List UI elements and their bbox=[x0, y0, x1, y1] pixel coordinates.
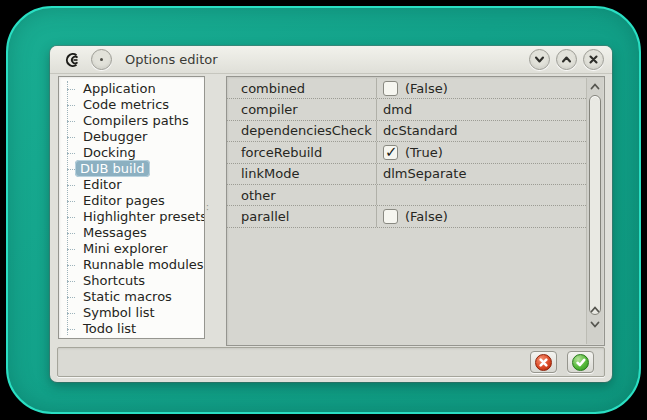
scroll-down-icon[interactable] bbox=[587, 317, 603, 331]
tree-item-label: Docking bbox=[79, 145, 140, 160]
tree-item-shortcuts[interactable]: Shortcuts bbox=[59, 273, 204, 289]
property-value-cell[interactable]: (False) bbox=[377, 78, 586, 98]
tree-item-label: Compilers paths bbox=[79, 113, 193, 128]
splitter-grip-icon: ·· bbox=[206, 204, 209, 212]
property-row-combined[interactable]: combined (False) bbox=[227, 78, 586, 99]
tree-item-label: Shortcuts bbox=[79, 273, 149, 288]
red-cross-orb-icon bbox=[535, 354, 552, 371]
tree-item-docking[interactable]: Docking bbox=[59, 145, 204, 161]
property-row-other[interactable]: other bbox=[227, 185, 586, 206]
tree-item-runnable-modules[interactable]: Runnable modules bbox=[59, 257, 204, 273]
tree-item-static-macros[interactable]: Static macros bbox=[59, 289, 204, 305]
tree-item-dub-build[interactable]: DUB build bbox=[59, 161, 204, 177]
desktop-background: Options editor bbox=[6, 6, 641, 414]
property-name: parallel bbox=[227, 206, 377, 226]
tree-item-label: Runnable modules bbox=[79, 257, 205, 272]
grid-vertical-scrollbar[interactable] bbox=[586, 78, 603, 344]
property-name: dependenciesCheck bbox=[227, 121, 377, 141]
property-row-forceRebuild[interactable]: forceRebuild (True) bbox=[227, 142, 586, 163]
property-name: other bbox=[227, 185, 377, 205]
restore-button[interactable] bbox=[556, 49, 577, 70]
checkbox-state-label: (False) bbox=[405, 209, 448, 224]
tree-item-code-metrics[interactable]: Code metrics bbox=[59, 97, 204, 113]
property-name: compiler bbox=[227, 99, 377, 119]
scroll-up2-icon[interactable] bbox=[587, 302, 603, 316]
panel-splitter[interactable]: ·· bbox=[206, 76, 225, 339]
tree-item-application[interactable]: Application bbox=[59, 81, 204, 97]
tree-item-label: Messages bbox=[79, 225, 151, 240]
tree-item-editor-pages[interactable]: Editor pages bbox=[59, 193, 204, 209]
tree-item-label: Debugger bbox=[79, 129, 151, 144]
tree-item-debugger[interactable]: Debugger bbox=[59, 129, 204, 145]
property-value-cell[interactable]: (True) bbox=[377, 142, 586, 162]
tree-item-highlighter-presets[interactable]: Highlighter presets bbox=[59, 209, 204, 225]
property-rows: combined (False) compiler dmd dependenci… bbox=[227, 78, 586, 228]
tree-item-todo-list[interactable]: Todo list bbox=[59, 321, 204, 337]
close-button[interactable] bbox=[583, 49, 604, 70]
property-value-cell[interactable]: dcStandard bbox=[377, 121, 586, 141]
window-title: Options editor bbox=[125, 52, 218, 67]
property-row-dependenciesCheck[interactable]: dependenciesCheck dcStandard bbox=[227, 121, 586, 142]
coedit-app-icon bbox=[64, 51, 82, 69]
property-value-cell[interactable]: dmd bbox=[377, 99, 586, 119]
green-check-orb-icon bbox=[572, 354, 589, 371]
category-tree-panel: Application Code metrics Compilers paths… bbox=[58, 76, 205, 339]
property-row-compiler[interactable]: compiler dmd bbox=[227, 99, 586, 120]
menu-dot-icon bbox=[100, 58, 103, 61]
tree-item-mini-explorer[interactable]: Mini explorer bbox=[59, 241, 204, 257]
checkbox-state-label: (False) bbox=[405, 81, 448, 96]
checkbox-state-label: (True) bbox=[405, 145, 443, 160]
cancel-button[interactable] bbox=[530, 351, 557, 373]
chevron-up-icon bbox=[561, 54, 572, 65]
scroll-up-icon[interactable] bbox=[587, 79, 603, 93]
accept-button[interactable] bbox=[567, 351, 594, 373]
tree-item-label: Todo list bbox=[79, 321, 140, 336]
property-name: combined bbox=[227, 78, 377, 98]
property-row-parallel[interactable]: parallel (False) bbox=[227, 206, 586, 227]
footer-status-bar bbox=[57, 347, 605, 377]
tree-item-label: Highlighter presets bbox=[79, 209, 205, 224]
tree-item-label: Editor pages bbox=[79, 193, 169, 208]
tree-item-label: Application bbox=[79, 81, 160, 96]
options-editor-window: Options editor bbox=[50, 46, 612, 382]
property-value-cell[interactable]: dlmSeparate bbox=[377, 164, 586, 184]
options-tree: Application Code metrics Compilers paths… bbox=[59, 81, 204, 337]
property-row-linkMode[interactable]: linkMode dlmSeparate bbox=[227, 164, 586, 185]
tree-item-compilers-paths[interactable]: Compilers paths bbox=[59, 113, 204, 129]
tree-item-symbol-list[interactable]: Symbol list bbox=[59, 305, 204, 321]
scrollbar-thumb[interactable] bbox=[589, 95, 601, 315]
checkbox-unchecked-icon[interactable] bbox=[383, 81, 398, 96]
tree-item-label: Mini explorer bbox=[79, 241, 172, 256]
property-value-cell[interactable] bbox=[377, 185, 586, 205]
tree-item-messages[interactable]: Messages bbox=[59, 225, 204, 241]
tree-item-label: Symbol list bbox=[79, 305, 159, 320]
tree-item-label: DUB build bbox=[75, 160, 150, 177]
tree-item-label: Static macros bbox=[79, 289, 176, 304]
checkbox-checked-icon[interactable] bbox=[383, 145, 398, 160]
chevron-down-icon bbox=[534, 54, 545, 65]
titlebar[interactable]: Options editor bbox=[50, 46, 612, 74]
checkbox-unchecked-icon[interactable] bbox=[383, 209, 398, 224]
tree-item-editor[interactable]: Editor bbox=[59, 177, 204, 193]
property-name: linkMode bbox=[227, 164, 377, 184]
property-name: forceRebuild bbox=[227, 142, 377, 162]
tree-item-label: Editor bbox=[79, 177, 125, 192]
close-icon bbox=[588, 54, 599, 65]
window-menu-button[interactable] bbox=[91, 49, 112, 70]
property-value-cell[interactable]: (False) bbox=[377, 206, 586, 226]
tree-item-label: Code metrics bbox=[79, 97, 173, 112]
property-grid-panel: combined (False) compiler dmd dependenci… bbox=[226, 76, 605, 346]
shade-button[interactable] bbox=[529, 49, 550, 70]
